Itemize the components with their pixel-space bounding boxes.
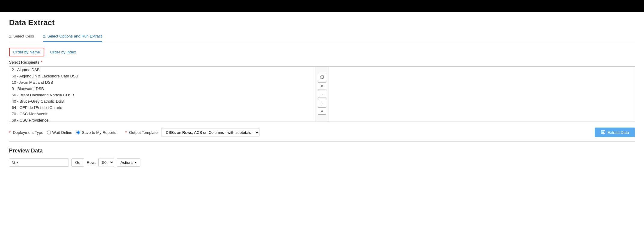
radio-group: Wait Online Save to My Reports xyxy=(47,130,116,135)
order-by-name-button[interactable]: Order by Name xyxy=(9,48,44,56)
page-title: Data Extract xyxy=(9,18,635,27)
list-item[interactable]: 2 - Algoma DSB xyxy=(9,67,315,73)
list-item[interactable]: 9 - Bluewater DSB xyxy=(9,86,315,92)
save-my-reports-option[interactable]: Save to My Reports xyxy=(76,130,116,135)
deployment-type-group: * Deployment Type Wait Online Save to My… xyxy=(9,130,116,135)
list-item[interactable]: 60 - Algonquin & Lakeshore Cath DSB xyxy=(9,73,315,79)
extract-data-button[interactable]: Extract Data xyxy=(595,128,635,137)
actions-dropdown-icon: ▾ xyxy=(135,161,136,164)
output-template-select[interactable]: DSBs on Rows, ACS on Columns - with subt… xyxy=(161,128,259,137)
select-recipients-label: Select Recipients * xyxy=(9,60,635,65)
search-group: ▾ xyxy=(9,158,69,167)
extract-button-label: Extract Data xyxy=(607,130,629,135)
preview-title: Preview Data xyxy=(9,148,635,154)
rows-group: Rows 50 xyxy=(87,158,114,167)
wait-online-label: Wait Online xyxy=(52,130,72,135)
go-button[interactable]: Go xyxy=(71,158,84,167)
extract-icon xyxy=(601,130,606,135)
svg-rect-1 xyxy=(321,76,324,78)
rows-label: Rows xyxy=(87,160,97,165)
actions-button[interactable]: Actions ▾ xyxy=(117,158,140,167)
deployment-label: * Deployment Type xyxy=(9,130,43,135)
list-item[interactable]: 56 - Brant Haldimand Norfolk CDSB xyxy=(9,92,315,98)
search-button[interactable]: ▾ xyxy=(9,159,20,166)
output-template-group: * Output Template DSBs on Rows, ACS on C… xyxy=(125,128,586,137)
list-item[interactable]: 64 - CEP de l'Est de l'Ontario xyxy=(9,104,315,111)
order-by-index-button[interactable]: Order by Index xyxy=(50,50,76,54)
preview-section: Preview Data ▾ Go Rows 50 xyxy=(9,148,635,167)
svg-line-7 xyxy=(14,163,16,164)
tab-select-cells[interactable]: 1. Select Cells xyxy=(9,32,34,42)
top-bar xyxy=(0,0,644,12)
wait-online-radio[interactable] xyxy=(47,131,51,134)
order-buttons-group: Order by Name Order by Index xyxy=(9,48,635,56)
left-list[interactable]: 2 - Algoma DSB 60 - Algonquin & Lakeshor… xyxy=(9,67,315,122)
copy-all-button[interactable] xyxy=(318,74,326,81)
move-all-left-button[interactable]: « xyxy=(318,107,326,115)
rows-select[interactable]: 50 xyxy=(98,158,114,167)
wait-online-option[interactable]: Wait Online xyxy=(47,130,72,135)
list-item[interactable]: 10 - Avon Maitland DSB xyxy=(9,79,315,86)
save-my-reports-label: Save to My Reports xyxy=(82,130,116,135)
recipients-wrapper: 2 - Algoma DSB 60 - Algonquin & Lakeshor… xyxy=(9,66,635,122)
svg-point-6 xyxy=(12,161,15,164)
actions-label: Actions xyxy=(121,160,133,165)
list-item[interactable]: 40 - Bruce-Grey Catholic DSB xyxy=(9,98,315,104)
search-icon xyxy=(12,161,16,164)
move-one-left-button[interactable]: ‹ xyxy=(318,99,326,106)
preview-toolbar: ▾ Go Rows 50 Actions ▾ xyxy=(9,158,635,167)
transfer-buttons: » › ‹ « xyxy=(315,67,329,122)
search-input[interactable] xyxy=(20,159,69,166)
move-all-right-button[interactable]: » xyxy=(318,82,326,89)
save-my-reports-radio[interactable] xyxy=(76,131,80,134)
right-list[interactable] xyxy=(329,67,635,122)
list-item[interactable]: 70 - CSC MonAvenir xyxy=(9,111,315,117)
required-indicator: * xyxy=(40,60,42,65)
output-template-label: * Output Template xyxy=(125,130,158,135)
tabs-bar: 1. Select Cells 2. Select Options and Ru… xyxy=(9,32,635,42)
list-item[interactable]: 69 - CSC Providence xyxy=(9,117,315,122)
search-dropdown-icon: ▾ xyxy=(17,161,18,164)
tab-select-options[interactable]: 2. Select Options and Run Extract xyxy=(43,32,102,42)
move-one-right-button[interactable]: › xyxy=(318,91,326,98)
deployment-section: * Deployment Type Wait Online Save to My… xyxy=(9,123,635,142)
svg-rect-2 xyxy=(601,131,605,134)
